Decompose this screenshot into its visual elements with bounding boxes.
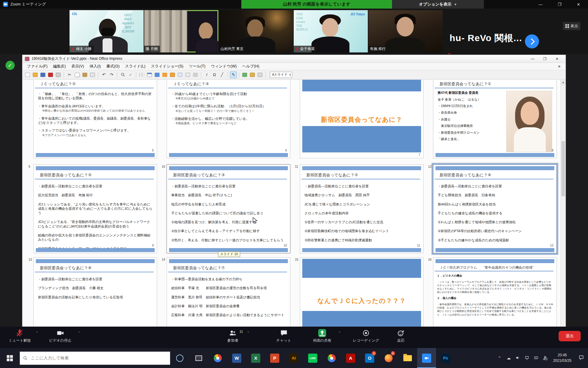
hide-slide-icon[interactable]: [192, 71, 199, 78]
menu-item[interactable]: ウィンドウ(W): [208, 63, 239, 69]
slide-thumbnail-9[interactable]: 新宿区委員会ってなあに？⑤・副委員長---活動単位ごとに責任者を設置拡大拡充担当…: [33, 164, 157, 253]
start-slideshow-icon[interactable]: [257, 71, 263, 78]
share-options-button[interactable]: オプションを表示 ▼: [392, 0, 484, 9]
slide-thumbnail-10[interactable]: 新宿区委員会ってなあに？③・副委員長---活動単位ごとに責任者を設置事業担当 副…: [167, 164, 290, 253]
impress-restore-button[interactable]: ❐: [539, 57, 551, 61]
menu-item[interactable]: 表示(V): [69, 63, 87, 69]
record-button[interactable]: レコーディング: [353, 329, 379, 343]
spelling-icon[interactable]: ✓: [127, 71, 134, 78]
menu-item[interactable]: 編集(E): [50, 63, 69, 69]
leave-meeting-button[interactable]: 退出: [559, 331, 581, 341]
taskbar-zoom-icon[interactable]: [417, 348, 436, 368]
duplicate-slide-icon[interactable]: [177, 71, 183, 78]
taskbar-photoshop-icon[interactable]: Ps: [436, 348, 455, 368]
participants-button[interactable]: 参加者: [227, 329, 238, 343]
taskbar-chrome-icon[interactable]: [208, 348, 227, 368]
taskbar-outlook-icon[interactable]: O1: [360, 348, 379, 368]
save-icon[interactable]: [40, 71, 46, 78]
document-close-icon[interactable]: ✕: [555, 64, 564, 69]
taskbar-clock[interactable]: 20:45 2021/03/25: [550, 353, 575, 363]
new-document-icon[interactable]: [24, 71, 31, 78]
insert-textbox-icon[interactable]: I: [203, 71, 210, 78]
chat-button[interactable]: チャット: [276, 329, 291, 343]
taskbar-powerpoint-icon[interactable]: P: [265, 348, 284, 368]
participants-options-chevron[interactable]: ⌃: [247, 331, 250, 335]
slide-thumbnail-7[interactable]: 新宿区委員会ってなあに？ 7: [300, 80, 424, 158]
antivirus-shield-icon[interactable]: ✓: [6, 61, 15, 70]
ime-keyboard-icon[interactable]: [532, 355, 541, 361]
insert-image-icon[interactable]: [249, 71, 256, 78]
highlight-pen-icon[interactable]: ✎: [230, 71, 237, 78]
master-slide-icon[interactable]: [169, 71, 176, 78]
zoom-level-spinner[interactable]: 4スライド▲▼: [270, 72, 292, 78]
taskbar-firefox-icon[interactable]: 1: [379, 348, 398, 368]
taskbar-word-icon[interactable]: W: [227, 348, 246, 368]
onedrive-cloud-icon[interactable]: ☁: [504, 356, 513, 360]
cut-icon[interactable]: ✂: [66, 71, 73, 78]
slide-thumbnail-6[interactable]: ＪＣってなあに？③・20歳から40歳までという年齢制限を設けて活動※東京JCは2…: [167, 80, 290, 158]
menu-item[interactable]: 挿入(I): [87, 63, 104, 69]
menu-item[interactable]: ツール(T): [186, 63, 208, 69]
view-layout-button[interactable]: 表示: [563, 22, 580, 30]
video-tile-2[interactable]: 隆 片桐: [144, 10, 218, 52]
slide-thumbnail-5[interactable]: ＪＣってなあに？②・「修練」、「奉仕」、「友情」の3つの信条のもと、恒久的世界平…: [33, 80, 157, 158]
paste-icon[interactable]: [81, 71, 88, 78]
slide-thumbnail-15[interactable]: なんでＪＣに入ったの？？？ 15: [300, 257, 424, 329]
scroll-up-arrow[interactable]: ▲: [561, 80, 566, 85]
maximize-button[interactable]: ❐: [550, 2, 569, 7]
taskbar-search[interactable]: [20, 351, 170, 365]
start-button[interactable]: [0, 348, 20, 368]
reactions-button[interactable]: 反応: [397, 329, 405, 343]
tray-chevron-up-icon[interactable]: ⌃: [495, 356, 504, 360]
menu-item[interactable]: 書式(O): [104, 63, 122, 69]
close-button[interactable]: ✕: [569, 2, 588, 7]
video-tile-5[interactable]: 布施 裕行: [368, 10, 443, 52]
video-options-chevron[interactable]: ⌃: [78, 331, 81, 335]
slide-properties-icon[interactable]: [161, 71, 168, 78]
video-tile-3[interactable]: 山村尚芳 東京: [219, 10, 293, 52]
insert-line-icon[interactable]: ╱: [219, 71, 225, 78]
unmute-button[interactable]: ミュート解除: [9, 329, 31, 343]
share-options-chevron[interactable]: ⌃: [338, 331, 341, 335]
stop-video-button[interactable]: ビデオの停止: [49, 329, 71, 343]
menu-item[interactable]: ファイル(F): [24, 63, 50, 69]
taskbar-file-explorer-icon[interactable]: [398, 348, 417, 368]
taskbar-cortana-icon[interactable]: [170, 348, 189, 368]
next-page-arrow-button[interactable]: [525, 34, 539, 48]
taskbar-illustrator-icon[interactable]: Ai: [284, 348, 303, 368]
menu-item[interactable]: ヘルプ(H): [239, 63, 262, 69]
video-tile-4[interactable]: YOUCANcreateTHEWORLDJCI Tokyo 金子春菜: [294, 10, 368, 52]
taskbar-task-view-icon[interactable]: [189, 348, 208, 368]
impress-title-bar[interactable]: 190418勉強会スライド-Ver2.pptx - Neat Office Im…: [22, 55, 566, 63]
menu-item[interactable]: スライドショー(S): [148, 63, 186, 69]
slide-thumbnail-13[interactable]: 新宿区委員会ってなあに？⑥・副委員長---活動単位ごとに責任者を設置ブランディン…: [33, 257, 157, 329]
clone-formatting-icon[interactable]: [89, 71, 96, 78]
gallery-icon[interactable]: [241, 71, 248, 78]
slide-thumbnail-8[interactable]: 新宿区委員会ってなあに？①第47代 新宿区委員会 委員長金子 春菜（かねこ はる…: [433, 80, 557, 158]
find-replace-icon[interactable]: [119, 71, 126, 78]
display-grid-icon[interactable]: [138, 71, 145, 78]
spinner-arrows-icon[interactable]: ▲▼: [289, 73, 291, 76]
slide-thumbnail-11[interactable]: 新宿区委員会ってなあに？②・副委員長---活動単位ごとに責任者を設置地域連携クロ…: [300, 164, 424, 253]
mute-options-chevron[interactable]: ⌃: [36, 331, 38, 335]
export-pdf-icon[interactable]: [47, 71, 54, 78]
action-center-icon[interactable]: [575, 355, 588, 362]
vertical-scrollbar[interactable]: ▲: [560, 80, 566, 329]
print-icon[interactable]: [55, 71, 62, 78]
taskbar-line-icon[interactable]: LINE: [303, 348, 322, 368]
special-character-icon[interactable]: Ω: [211, 71, 218, 78]
impress-minimize-button[interactable]: —: [526, 57, 539, 61]
table-icon[interactable]: [146, 71, 153, 78]
volume-icon[interactable]: [513, 355, 522, 361]
expand-slide-icon[interactable]: [184, 71, 191, 78]
redo-icon[interactable]: ↷: [108, 71, 115, 78]
slide-thumbnail-14[interactable]: 新宿区委員会ってなあに？⑦・幹事団---委員会活動を支える縁の下の力持ち総括幹事…: [167, 257, 290, 329]
search-input[interactable]: [30, 355, 167, 361]
taskbar-chrome-2-icon[interactable]: [322, 348, 341, 368]
video-tile-1[interactable]: JCIYOUCANchangeTHEWORLD 雄太 小勝: [70, 10, 144, 52]
open-icon[interactable]: [32, 71, 39, 78]
share-screen-button[interactable]: 画面の共有: [313, 329, 331, 343]
menu-item[interactable]: スライド(L): [122, 63, 148, 69]
network-icon[interactable]: [522, 355, 532, 361]
minimize-button[interactable]: —: [531, 2, 550, 7]
